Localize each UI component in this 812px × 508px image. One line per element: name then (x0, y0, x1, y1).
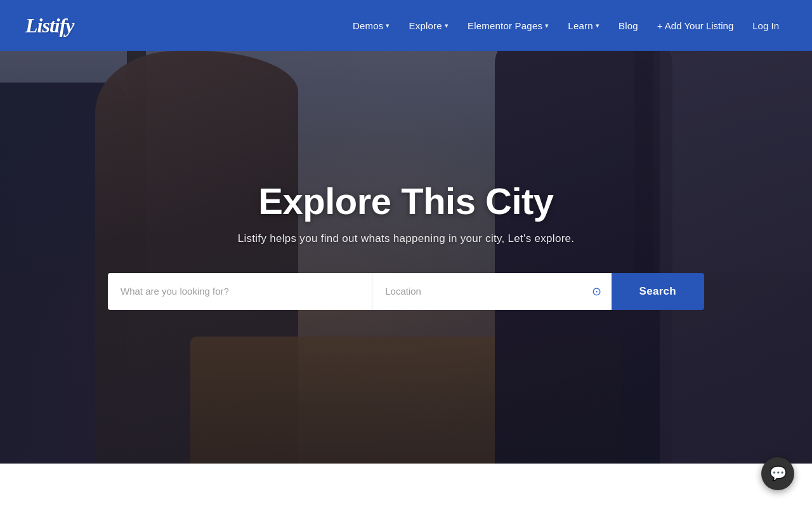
nav-item-explore[interactable]: Explore ▾ (402, 15, 456, 36)
search-location-input[interactable] (372, 273, 611, 310)
chevron-down-icon: ▾ (445, 22, 449, 30)
nav-item-elementor-pages[interactable]: Elementor Pages ▾ (460, 15, 556, 36)
chat-bubble-button[interactable]: 💬 (761, 457, 794, 490)
chat-icon: 💬 (769, 465, 787, 482)
add-listing-button[interactable]: + Add Your Listing (650, 15, 742, 36)
chevron-down-icon: ▾ (596, 22, 599, 30)
site-logo[interactable]: Listify (25, 14, 74, 37)
nav-item-blog[interactable]: Blog (611, 15, 646, 36)
location-crosshair-icon[interactable]: ⊙ (592, 284, 601, 298)
search-what-input[interactable] (108, 273, 372, 310)
nav-item-learn[interactable]: Learn ▾ (560, 15, 607, 36)
hero-section: Explore This City Listify helps you find… (0, 0, 812, 464)
chevron-down-icon: ▾ (386, 22, 390, 30)
search-button[interactable]: Search (612, 273, 705, 310)
hero-content: Explore This City Listify helps you find… (0, 0, 812, 464)
login-button[interactable]: Log In (745, 15, 787, 36)
chevron-down-icon: ▾ (545, 22, 549, 30)
search-bar: ⊙ Search (108, 273, 704, 310)
hero-title: Explore This City (258, 180, 553, 222)
location-wrapper: ⊙ (372, 273, 611, 310)
hero-subtitle: Listify helps you find out whats happeni… (238, 232, 575, 245)
navbar: Listify Demos ▾ Explore ▾ Elementor Page… (0, 0, 812, 51)
nav-links: Demos ▾ Explore ▾ Elementor Pages ▾ Lear… (345, 15, 787, 36)
nav-item-demos[interactable]: Demos ▾ (345, 15, 398, 36)
